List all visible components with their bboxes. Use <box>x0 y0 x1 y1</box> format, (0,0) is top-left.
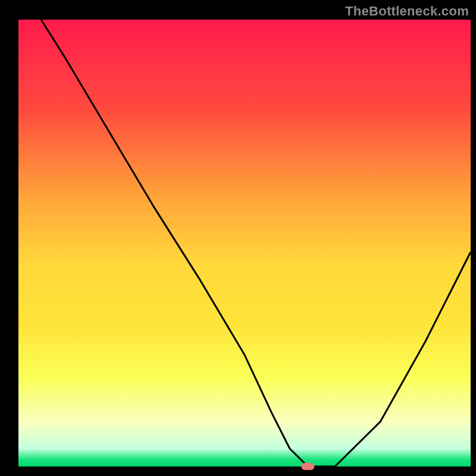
bottleneck-plot <box>0 0 476 476</box>
plot-background <box>18 20 471 466</box>
chart-canvas: TheBottleneck.com <box>0 0 476 476</box>
optimal-marker <box>301 463 314 470</box>
watermark-label: TheBottleneck.com <box>345 4 469 19</box>
